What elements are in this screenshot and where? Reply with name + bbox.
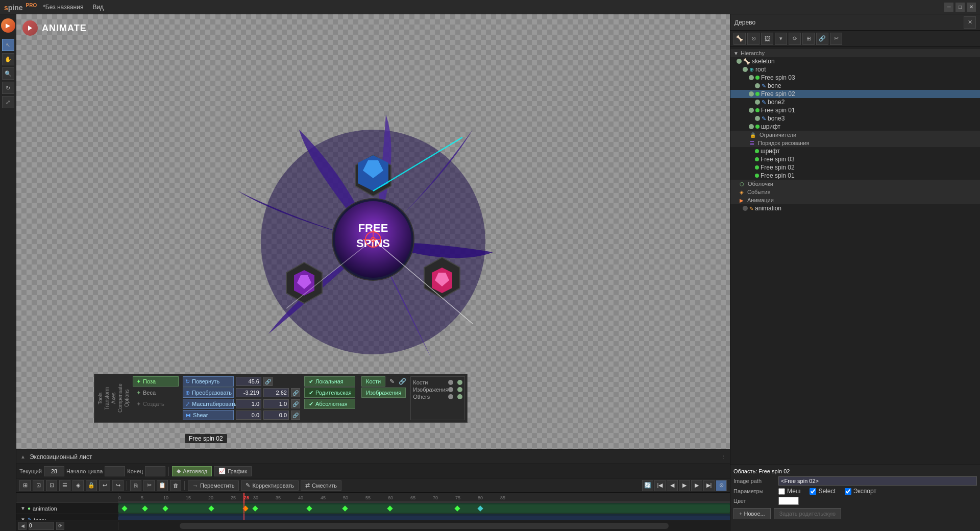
skeleton-vis-dot[interactable]	[737, 59, 742, 64]
maximize-btn[interactable]: □	[955, 3, 965, 12]
tl-icon4[interactable]: ☰	[59, 480, 70, 491]
bone-track-expand[interactable]: ▼	[20, 517, 26, 520]
tree-item-freespin02[interactable]: Free spin 02	[730, 90, 980, 98]
bone2-vis-dot[interactable]	[755, 100, 760, 105]
scale-link-btn[interactable]: 🔗	[291, 399, 300, 408]
bone-track-bg[interactable]	[118, 514, 730, 520]
translate-btn[interactable]: ⊕ Преобразовать	[183, 388, 234, 398]
scale-tool-btn[interactable]: ⤢	[2, 96, 14, 108]
tree-item-bone3[interactable]: ✎ bone3	[730, 114, 980, 123]
tree-tool-5[interactable]: ⟳	[789, 33, 801, 45]
color-picker[interactable]	[778, 497, 799, 505]
tl-copy-btn[interactable]: ⎘	[130, 480, 141, 491]
correct-btn[interactable]: ✎ Корректировать	[241, 480, 299, 491]
tree-item-animation[interactable]: ✎ animation	[730, 204, 980, 212]
images-display-btn[interactable]: Изображения	[361, 388, 406, 398]
tree-tool-8[interactable]: ✂	[830, 33, 842, 45]
tree-item-freespin02b[interactable]: Free spin 02	[730, 163, 980, 172]
loop-btn[interactable]: 🔄	[642, 480, 653, 491]
poryadok-header[interactable]: ☰ Порядок рисования	[730, 139, 980, 147]
pose-btn[interactable]: ✦ Поза	[133, 376, 179, 387]
tree-item-bone2[interactable]: ✎ bone2	[730, 98, 980, 106]
bones-dot1[interactable]	[448, 380, 453, 385]
freespin03-vis-dot[interactable]	[749, 75, 754, 80]
translate-y[interactable]	[263, 388, 289, 397]
tl-icon2[interactable]: ⊡	[33, 480, 44, 491]
autokey-btn[interactable]: ◆ Автоввод	[172, 466, 212, 476]
tree-item-freespin03b[interactable]: Free spin 03	[730, 155, 980, 163]
new-btn[interactable]: + Новое...	[733, 508, 771, 519]
hierarchy-header[interactable]: ▼ skeleton Hierarchy	[730, 49, 980, 57]
parent-btn[interactable]: ✔ Родительская	[304, 388, 355, 398]
track-expand[interactable]: ▼	[20, 505, 26, 511]
tl-paste-btn[interactable]: 📋	[157, 480, 168, 491]
tl-redo-btn[interactable]: ↪	[112, 480, 124, 491]
root-vis-dot[interactable]	[743, 67, 748, 72]
tree-tool-1[interactable]: 🦴	[733, 33, 746, 45]
bones-display-btn[interactable]: Кости	[361, 376, 385, 387]
local-btn[interactable]: ✔ Локальная	[304, 376, 355, 387]
images-dot2[interactable]	[457, 387, 462, 392]
track-scroll-input[interactable]	[29, 522, 54, 530]
canvas-viewport[interactable]: ANIMATE	[16, 14, 730, 449]
obolochki-header[interactable]: ⬡ Оболочки	[730, 180, 980, 188]
bones-dot2[interactable]	[457, 380, 462, 385]
mix-btn[interactable]: ⇄ Сместить	[301, 480, 341, 491]
tree-item-bone[interactable]: ✎ bone	[730, 82, 980, 90]
tree-item-freespin01b[interactable]: Free spin 01	[730, 172, 980, 180]
absolute-btn[interactable]: ✔ Абсолютная	[304, 399, 355, 409]
translate-x[interactable]	[236, 388, 261, 397]
tree-close-btn[interactable]: ✕	[964, 16, 976, 29]
shear-btn[interactable]: ⧓ Shear	[183, 410, 234, 420]
create-btn[interactable]: ✦ Создать	[133, 399, 179, 409]
view-menu[interactable]: Вид	[89, 3, 107, 12]
tree-item-freespin03[interactable]: Free spin 03	[730, 74, 980, 82]
play-btn[interactable]: ▶	[679, 480, 690, 491]
rotate-btn[interactable]: ↻ Повернуть	[183, 376, 234, 387]
tree-tool-6[interactable]: ⊞	[802, 33, 815, 45]
tree-tool-4[interactable]: ▾	[775, 33, 787, 45]
shear-x[interactable]	[236, 411, 261, 420]
pan-tool-btn[interactable]: ✋	[2, 53, 14, 65]
close-btn[interactable]: ✕	[967, 3, 976, 12]
mesh-checkbox[interactable]	[778, 488, 785, 495]
animation-vis-dot[interactable]	[743, 206, 748, 211]
sobytiya-header[interactable]: ◈ События	[730, 188, 980, 196]
tl-icon3[interactable]: ⊡	[46, 480, 57, 491]
tree-item-freespin01[interactable]: Free spin 01	[730, 106, 980, 114]
scale-y[interactable]	[263, 399, 289, 408]
others-dot2[interactable]	[457, 394, 462, 399]
tl-cut-btn[interactable]: ✂	[143, 480, 155, 491]
current-frame-input[interactable]	[44, 466, 64, 476]
minimize-btn[interactable]: ─	[944, 3, 953, 12]
tree-tool-2[interactable]: ⊙	[747, 33, 760, 45]
tl-icon5[interactable]: ◈	[72, 480, 84, 491]
shear-link-btn[interactable]: 🔗	[291, 411, 300, 420]
select-checkbox[interactable]	[810, 488, 816, 495]
freespin01-vis-dot[interactable]	[749, 108, 754, 113]
rotate-tool-btn[interactable]: ↻	[2, 82, 14, 94]
tree-item-root[interactable]: ⊕ root	[730, 65, 980, 74]
scale-x[interactable]	[236, 399, 261, 408]
timeline-scrollbar[interactable]	[180, 523, 669, 529]
graph-btn[interactable]: 📈 График	[214, 466, 252, 476]
start-frame-input[interactable]	[105, 466, 125, 476]
image-path-input[interactable]	[778, 476, 977, 486]
select-tool-btn[interactable]: ↖	[2, 39, 14, 51]
rotate-value[interactable]	[236, 377, 261, 386]
shrift-vis-dot[interactable]	[749, 124, 754, 129]
prev-frame-btn[interactable]: ◀	[667, 480, 678, 491]
animacii-header[interactable]: ▶ Анимации	[730, 196, 980, 204]
tl-icon1[interactable]: ⊞	[19, 480, 31, 491]
images-dot1[interactable]	[448, 387, 453, 392]
shear-y[interactable]	[263, 411, 289, 420]
tree-tool-3[interactable]: 🖼	[761, 33, 773, 45]
move-btn[interactable]: → Переместить	[188, 480, 239, 491]
track-collapse-btn[interactable]: ◀	[18, 522, 27, 530]
track-loop-btn[interactable]: ⟳	[56, 522, 64, 530]
step-back-btn[interactable]: |◀	[654, 480, 666, 491]
end-frame-input[interactable]	[145, 466, 165, 476]
translate-link-btn[interactable]: 🔗	[291, 388, 300, 397]
tl-undo-btn[interactable]: ↩	[99, 480, 110, 491]
next-frame-btn[interactable]: ▶	[691, 480, 702, 491]
